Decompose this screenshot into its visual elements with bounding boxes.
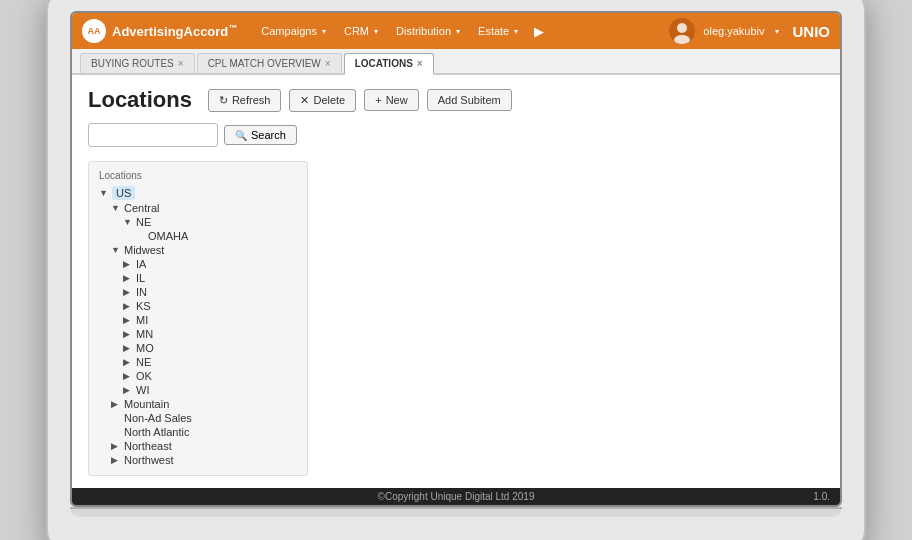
chevron-down-icon: ▾: [514, 27, 518, 36]
tree-node-label: WI: [136, 384, 149, 396]
list-item[interactable]: ▶ WI: [123, 383, 297, 397]
delete-icon: [300, 94, 309, 107]
tree-toggle-icon: ▶: [123, 273, 133, 283]
list-item[interactable]: North Atlantic: [111, 425, 297, 439]
plus-icon: [375, 94, 381, 106]
list-item[interactable]: ▶ Northeast: [111, 439, 297, 453]
tree-toggle-icon: ▶: [111, 399, 121, 409]
tree-node-label: MO: [136, 342, 154, 354]
tree-toggle-icon: ▼: [111, 203, 121, 213]
chevron-down-icon: ▾: [322, 27, 326, 36]
tabs-bar: BUYING ROUTES × CPL MATCH OVERVIEW × LOC…: [72, 49, 840, 75]
tree-section-label: Locations: [99, 170, 297, 181]
version-text: 1.0.: [813, 491, 830, 502]
nav-distribution[interactable]: Distribution ▾: [388, 20, 468, 43]
list-item[interactable]: ▶ MN: [123, 327, 297, 341]
nav-right: oleg.yakubiv ▾ UNIO: [669, 18, 830, 44]
logo-circle: AA: [82, 19, 106, 43]
location-tree: Locations ▼ US ▼ Central ▼ NE: [88, 161, 308, 476]
tree-toggle-icon: ▶: [111, 441, 121, 451]
tab-close-icon[interactable]: ×: [178, 58, 184, 69]
user-name[interactable]: oleg.yakubiv: [703, 25, 764, 37]
tree-toggle-icon: ▼: [123, 217, 133, 227]
tree-node-label: KS: [136, 300, 151, 312]
tree-node-label: MN: [136, 328, 153, 340]
play-button[interactable]: ▶: [528, 20, 550, 43]
tree-toggle-icon: ▶: [123, 371, 133, 381]
list-item[interactable]: Non-Ad Sales: [111, 411, 297, 425]
list-item[interactable]: ▶ Mountain: [111, 397, 297, 411]
tree-toggle-icon: ▶: [123, 385, 133, 395]
tree-toggle-icon: ▶: [123, 315, 133, 325]
list-item[interactable]: ▼ Midwest: [111, 243, 297, 257]
tree-toggle-icon: ▶: [123, 301, 133, 311]
search-input[interactable]: [88, 123, 218, 147]
tab-close-icon[interactable]: ×: [325, 58, 331, 69]
tree-toggle-icon: ▼: [111, 245, 121, 255]
svg-point-1: [674, 35, 690, 44]
delete-button[interactable]: Delete: [289, 89, 356, 112]
tree-toggle-icon: ▶: [123, 357, 133, 367]
list-item[interactable]: ▼ NE: [123, 215, 297, 229]
tree-node-label: IL: [136, 272, 145, 284]
content-area: Locations Refresh Delete New Add Subitem: [72, 75, 840, 488]
tree-node-label: Midwest: [124, 244, 164, 256]
copyright-text: ©Copyright Unique Digital Ltd 2019: [378, 491, 535, 502]
list-item[interactable]: ▶ MI: [123, 313, 297, 327]
tree-node-label: NE: [136, 216, 151, 228]
tree-node-label: IA: [136, 258, 146, 270]
refresh-button[interactable]: Refresh: [208, 89, 282, 112]
list-item[interactable]: ▶ IN: [123, 285, 297, 299]
nav-estate[interactable]: Estate ▾: [470, 20, 526, 43]
tree-node-label: US: [112, 186, 135, 200]
tab-buying-routes[interactable]: BUYING ROUTES ×: [80, 53, 195, 73]
tab-close-icon[interactable]: ×: [417, 58, 423, 69]
list-item[interactable]: OMAHA: [135, 229, 297, 243]
navbar: AA AdvertisingAccord™ Campaigns ▾ CRM ▾ …: [72, 13, 840, 49]
content-header: Locations Refresh Delete New Add Subitem: [88, 87, 824, 113]
chevron-down-icon: ▾: [374, 27, 378, 36]
tree-node-label: Mountain: [124, 398, 169, 410]
tree-toggle-icon: ▶: [123, 287, 133, 297]
avatar: [669, 18, 695, 44]
tree-node-label: Central: [124, 202, 159, 214]
nav-items: Campaigns ▾ CRM ▾ Distribution ▾ Estate …: [253, 20, 663, 43]
tree-node-label: IN: [136, 286, 147, 298]
brand-name: AdvertisingAccord™: [112, 23, 237, 39]
svg-point-0: [677, 23, 687, 33]
user-chevron-icon: ▾: [775, 27, 779, 36]
list-item[interactable]: ▼ Central: [111, 201, 297, 215]
list-item[interactable]: ▶ Northwest: [111, 453, 297, 467]
chevron-down-icon: ▾: [456, 27, 460, 36]
tree-toggle-icon: ▶: [123, 329, 133, 339]
tree-toggle-icon: ▼: [99, 188, 109, 198]
tree-node-label: North Atlantic: [124, 426, 189, 438]
tree-toggle-icon: ▶: [111, 455, 121, 465]
tree-toggle-icon: ▶: [123, 343, 133, 353]
list-item[interactable]: ▼ US: [99, 185, 297, 201]
tab-cpl-match[interactable]: CPL MATCH OVERVIEW ×: [197, 53, 342, 73]
list-item[interactable]: ▶ IA: [123, 257, 297, 271]
list-item[interactable]: ▶ OK: [123, 369, 297, 383]
new-button[interactable]: New: [364, 89, 418, 111]
list-item[interactable]: ▶ KS: [123, 299, 297, 313]
tree-node-label: Northeast: [124, 440, 172, 452]
list-item[interactable]: ▶ NE: [123, 355, 297, 369]
tree-node-label: Northwest: [124, 454, 174, 466]
search-icon: [235, 129, 247, 141]
tree-node-label: OMAHA: [148, 230, 188, 242]
list-item[interactable]: ▶ MO: [123, 341, 297, 355]
uni-logo: UNIO: [793, 23, 831, 40]
add-subitem-button[interactable]: Add Subitem: [427, 89, 512, 111]
nav-campaigns[interactable]: Campaigns ▾: [253, 20, 334, 43]
list-item[interactable]: ▶ IL: [123, 271, 297, 285]
tree-toggle-icon: ▶: [123, 259, 133, 269]
tree-node-label: Non-Ad Sales: [124, 412, 192, 424]
tab-locations[interactable]: LOCATIONS ×: [344, 53, 434, 75]
nav-crm[interactable]: CRM ▾: [336, 20, 386, 43]
tree-node-label: MI: [136, 314, 148, 326]
tree-node-label: OK: [136, 370, 152, 382]
footer: ©Copyright Unique Digital Ltd 2019 1.0.: [72, 488, 840, 505]
page-title: Locations: [88, 87, 192, 113]
search-button[interactable]: Search: [224, 125, 297, 145]
